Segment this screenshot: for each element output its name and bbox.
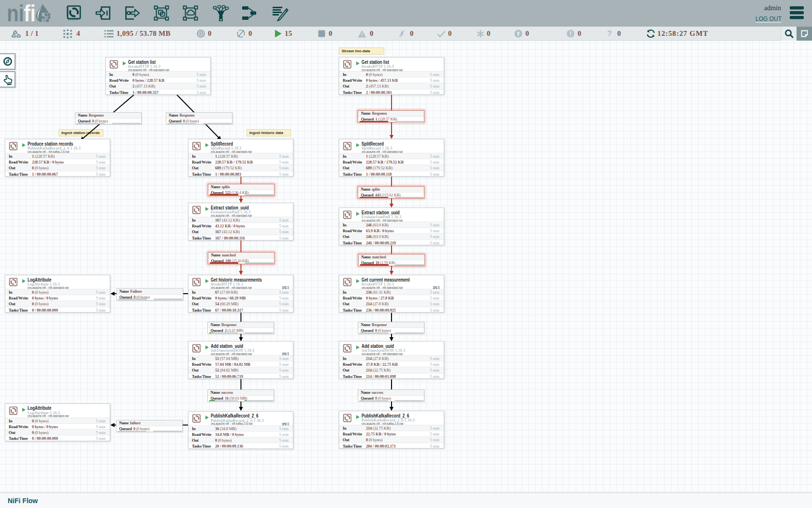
svg-text:?: ? (607, 30, 612, 38)
